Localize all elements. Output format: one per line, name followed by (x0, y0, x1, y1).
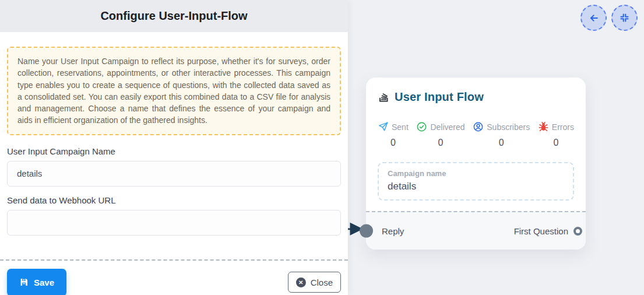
campaign-name-value: details (388, 181, 564, 192)
node-body: User Input Flow Sent 0 (366, 78, 586, 211)
bug-icon (538, 121, 549, 132)
panel-body: Name your User Input Campaign to reflect… (0, 32, 348, 295)
node-title: User Input Flow (395, 90, 484, 104)
stack-icon (378, 91, 390, 103)
reply-connection-handle[interactable] (360, 224, 373, 238)
save-button-label: Save (34, 278, 54, 287)
arrow-left-icon (588, 12, 600, 24)
stat-value: 0 (499, 138, 504, 148)
campaign-name-box[interactable]: Campaign name details (378, 162, 574, 201)
compress-button[interactable] (611, 5, 638, 31)
user-circle-icon (473, 121, 484, 132)
close-button-label: Close (311, 278, 333, 287)
app-root: User Input Flow Sent 0 (0, 0, 644, 295)
webhook-url-input[interactable] (7, 210, 341, 236)
save-button[interactable]: Save (7, 269, 66, 295)
close-button[interactable]: ✕ Close (288, 272, 341, 293)
stat-delivered: Delivered 0 (416, 121, 464, 148)
node-footer: Reply First Question (366, 211, 586, 250)
stat-value: 0 (390, 138, 396, 148)
stat-errors: Errors 0 (538, 121, 574, 148)
configure-panel: Configure User-Input-Flow Name your User… (0, 0, 348, 295)
stat-label: Subscribers (487, 122, 530, 132)
stat-label: Errors (552, 122, 574, 132)
stat-value: 0 (438, 138, 444, 148)
reply-label: Reply (382, 226, 404, 236)
node-stats: Sent 0 Delivered (378, 121, 574, 148)
campaign-name-input[interactable] (7, 161, 341, 187)
campaign-name-label: Campaign name (388, 169, 564, 178)
stat-sent: Sent 0 (378, 121, 409, 148)
panel-title: Configure User-Input-Flow (100, 9, 247, 23)
node-title-row: User Input Flow (378, 90, 574, 104)
close-x-icon: ✕ (296, 278, 306, 287)
first-question-connection-handle[interactable] (573, 227, 582, 236)
back-button[interactable] (580, 5, 607, 31)
stat-label: Sent (392, 122, 409, 132)
first-question-label: First Question (514, 226, 568, 236)
paper-plane-icon (378, 121, 389, 132)
panel-header: Configure User-Input-Flow (0, 0, 348, 32)
stat-subscribers: Subscribers 0 (473, 121, 530, 148)
info-box: Name your User Input Campaign to reflect… (7, 47, 341, 135)
save-floppy-icon (19, 278, 29, 287)
actions-row: Save ✕ Close (7, 261, 341, 295)
stat-value: 0 (553, 138, 558, 148)
webhook-url-field-label: Send data to Webhook URL (7, 195, 341, 205)
campaign-name-field-label: User Input Campaign Name (7, 146, 341, 156)
check-circle-icon (416, 121, 427, 132)
compress-arrows-icon (620, 13, 629, 23)
first-question-group: First Question (514, 226, 581, 236)
user-input-flow-node[interactable]: User Input Flow Sent 0 (366, 78, 586, 250)
stat-label: Delivered (430, 122, 464, 132)
